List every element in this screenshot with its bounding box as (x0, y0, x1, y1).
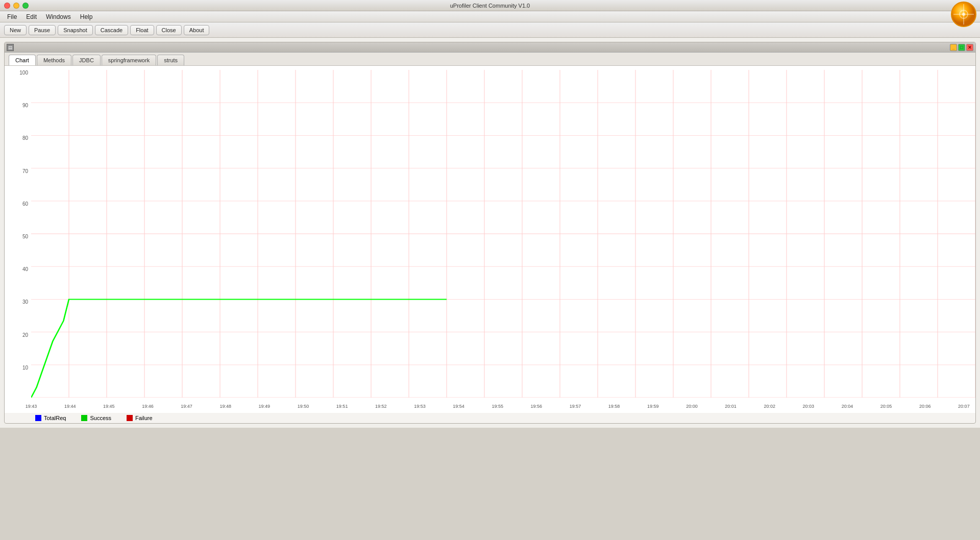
x-label-16: 19:59 (647, 404, 659, 409)
panel-close-button[interactable]: ✕ (966, 44, 973, 51)
tab-jdbc[interactable]: JDBC (72, 55, 101, 65)
legend-success-label: Success (90, 415, 111, 421)
y-label-80: 80 (6, 135, 30, 141)
tab-chart[interactable]: Chart (9, 55, 36, 65)
panel-minimize-button[interactable]: _ (950, 44, 957, 51)
panel-maximize-button[interactable]: □ (958, 44, 965, 51)
app-title: uProfiler Client Community V1.0 (450, 3, 530, 9)
x-label-12: 19:55 (492, 404, 503, 409)
legend-failure: Failure (127, 415, 153, 421)
minimize-button[interactable] (13, 3, 19, 9)
tab-methods[interactable]: Methods (37, 55, 71, 65)
x-label-23: 20:06 (919, 404, 931, 409)
y-label-20: 20 (6, 332, 30, 338)
menu-edit[interactable]: Edit (22, 12, 41, 21)
cascade-button[interactable]: Cascade (95, 25, 128, 35)
about-button[interactable]: About (184, 25, 210, 35)
tab-springframework[interactable]: springframework (102, 55, 156, 65)
x-label-7: 19:50 (298, 404, 309, 409)
y-label-90: 90 (6, 103, 30, 108)
panel-title-bar: ▤ _ □ ✕ (5, 42, 975, 53)
x-label-1: 19:44 (64, 404, 76, 409)
x-label-4: 19:47 (181, 404, 192, 409)
x-label-0: 19:43 (26, 404, 37, 409)
legend-success-color (81, 415, 87, 421)
x-label-24: 20:07 (958, 404, 970, 409)
snapshot-button[interactable]: Snapshot (58, 25, 92, 35)
y-label-10: 10 (6, 365, 30, 371)
pause-button[interactable]: Pause (29, 25, 56, 35)
chart-area: 100 90 80 70 60 50 40 30 20 10 (31, 70, 975, 398)
y-label-30: 30 (6, 299, 30, 305)
menu-windows[interactable]: Windows (42, 12, 75, 21)
legend-totalreq-color (35, 415, 41, 421)
title-bar: uProfiler Client Community V1.0 (0, 0, 980, 11)
legend-totalreq: TotalReq (35, 415, 66, 421)
new-button[interactable]: New (4, 25, 27, 35)
window-panel: ▤ _ □ ✕ Chart Methods JDBC springframewo… (4, 42, 976, 424)
x-label-22: 20:05 (880, 404, 892, 409)
x-label-19: 20:02 (764, 404, 775, 409)
x-label-5: 19:48 (219, 404, 231, 409)
x-label-2: 19:45 (103, 404, 115, 409)
chart-container: 100 90 80 70 60 50 40 30 20 10 (5, 66, 975, 413)
x-label-21: 20:04 (842, 404, 853, 409)
x-label-9: 19:52 (375, 404, 387, 409)
x-label-11: 19:54 (453, 404, 464, 409)
x-label-14: 19:57 (570, 404, 581, 409)
x-label-17: 20:00 (686, 404, 698, 409)
legend-totalreq-label: TotalReq (44, 415, 66, 421)
x-label-15: 19:58 (608, 404, 620, 409)
x-label-13: 19:56 (531, 404, 543, 409)
logo-icon (950, 1, 977, 28)
y-axis-labels: 100 90 80 70 60 50 40 30 20 10 (6, 70, 30, 398)
chart-legend: TotalReq Success Failure (5, 413, 975, 423)
window-controls (4, 3, 29, 9)
x-label-6: 19:49 (259, 404, 271, 409)
y-label-40: 40 (6, 266, 30, 272)
menu-bar: File Edit Windows Help (0, 11, 980, 22)
y-label-60: 60 (6, 201, 30, 207)
menu-help[interactable]: Help (76, 12, 97, 21)
maximize-button[interactable] (22, 3, 29, 9)
menu-file[interactable]: File (3, 12, 21, 21)
legend-failure-label: Failure (135, 415, 153, 421)
main-content: ▤ _ □ ✕ Chart Methods JDBC springframewo… (0, 38, 980, 428)
chart-svg (31, 70, 975, 398)
float-button[interactable]: Float (130, 25, 154, 35)
x-label-8: 19:51 (336, 404, 348, 409)
y-label-70: 70 (6, 168, 30, 174)
logo-area (950, 1, 977, 29)
y-label-50: 50 (6, 234, 30, 239)
tab-struts[interactable]: struts (157, 55, 184, 65)
x-label-3: 19:46 (142, 404, 154, 409)
svg-point-4 (962, 13, 965, 16)
legend-failure-color (127, 415, 133, 421)
x-label-10: 19:53 (414, 404, 426, 409)
panel-icon: ▤ (7, 44, 14, 51)
tabs-bar: Chart Methods JDBC springframework strut… (5, 53, 975, 66)
close-button[interactable]: Close (156, 25, 182, 35)
panel-window-controls: _ □ ✕ (950, 44, 973, 51)
legend-success: Success (81, 415, 111, 421)
y-label-100: 100 (6, 70, 30, 76)
toolbar: New Pause Snapshot Cascade Float Close A… (0, 22, 980, 38)
close-button[interactable] (4, 3, 10, 9)
x-label-20: 20:03 (803, 404, 815, 409)
x-label-18: 20:01 (725, 404, 737, 409)
x-axis-labels: 19:43 19:44 19:45 19:46 19:47 19:48 19:4… (31, 404, 975, 409)
